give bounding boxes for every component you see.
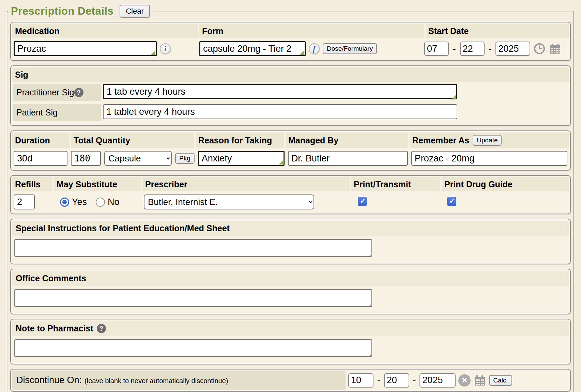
sig-header: Sig — [12, 67, 569, 82]
medication-input-row: i f Dose/Formulary - - — [12, 38, 569, 59]
refills-input[interactable] — [14, 194, 35, 209]
prescription-details-fieldset: Prescription Details Clear Medication Fo… — [7, 5, 574, 392]
patient-sig-label: Patient Sig — [13, 104, 101, 121]
practitioner-sig-row: Practitioner Sig? — [13, 83, 568, 102]
calendar-icon[interactable] — [473, 374, 486, 387]
autocomplete-corner-icon — [279, 160, 283, 164]
medication-header-row: Medication Form Start Date — [12, 24, 569, 38]
start-year-input[interactable] — [495, 42, 530, 56]
calendar-icon[interactable] — [549, 42, 562, 55]
clock-icon[interactable] — [533, 43, 546, 55]
substitute-no-radio[interactable] — [96, 198, 105, 207]
start-date-label: Start Date — [426, 24, 569, 38]
practitioner-sig-help-icon[interactable]: ? — [74, 88, 83, 97]
duration-input[interactable] — [14, 151, 67, 166]
patient-sig-input[interactable] — [103, 104, 457, 119]
office-comments-section: Office Comments — [10, 269, 571, 314]
medication-label: Medication — [12, 24, 198, 38]
date-separator: - — [453, 44, 456, 54]
discontinue-label: Discontinue On: (leave blank to never au… — [12, 371, 346, 390]
start-month-input[interactable] — [424, 42, 449, 56]
total-quantity-label: Total Quantity — [71, 132, 194, 148]
discontinue-section: Discontinue On: (leave blank to never au… — [10, 369, 571, 392]
may-substitute-label: May Substitute — [54, 177, 141, 191]
prescriber-select[interactable]: Butler, Internist E. — [144, 194, 314, 209]
office-comments-header: Office Comments — [12, 271, 569, 286]
reason-input[interactable] — [198, 151, 285, 166]
start-day-input[interactable] — [460, 42, 485, 56]
print-drug-guide-checkbox[interactable] — [447, 197, 456, 206]
managed-by-label: Managed By — [286, 132, 408, 148]
form-label: Form — [199, 24, 424, 38]
remember-as-input[interactable] — [411, 151, 567, 166]
clear-button[interactable]: Clear — [120, 5, 150, 18]
update-button[interactable]: Update — [473, 135, 502, 146]
practitioner-sig-label: Practitioner Sig? — [13, 84, 101, 101]
practitioner-sig-input[interactable] — [103, 84, 457, 99]
remember-as-label: Remember As Update — [410, 132, 569, 148]
reason-label: Reason for Taking — [196, 132, 284, 148]
special-instructions-textarea[interactable] — [14, 239, 372, 257]
discontinue-month-input[interactable] — [348, 373, 373, 388]
quantity-unit-select[interactable]: Capsule — [104, 151, 172, 166]
sig-section: Sig Practitioner Sig? Patient Sig — [10, 65, 571, 126]
prescriber-label: Prescriber — [142, 177, 350, 191]
page-title: Prescription Details — [11, 5, 113, 17]
autocomplete-corner-icon — [452, 95, 456, 99]
substitute-no-label: No — [108, 197, 120, 207]
discontinue-day-input[interactable] — [384, 373, 409, 388]
prescription-details-legend: Prescription Details Clear — [10, 5, 153, 18]
form-cell: f Dose/Formulary — [199, 41, 424, 56]
date-separator: - — [413, 375, 416, 386]
medication-section: Medication Form Start Date i f Dose/Form… — [10, 22, 571, 61]
formulary-icon[interactable]: f — [309, 43, 320, 54]
substitute-yes-label: Yes — [72, 197, 87, 207]
special-instructions-header: Special Instructions for Patient Educati… — [12, 221, 569, 236]
medication-cell: i — [14, 41, 199, 56]
print-transmit-label: Print/Transmit — [351, 177, 440, 191]
refills-section: Refills May Substitute Prescriber Print/… — [10, 175, 571, 214]
start-date-cell: - - — [424, 42, 567, 56]
medication-info-icon[interactable]: i — [160, 43, 171, 54]
patient-sig-row: Patient Sig — [13, 103, 568, 122]
autocomplete-corner-icon — [151, 50, 155, 55]
note-to-pharmacist-header: Note to Pharmacist ? — [12, 321, 569, 336]
quantity-input[interactable] — [71, 151, 101, 166]
refills-label: Refills — [12, 177, 52, 191]
medication-input[interactable] — [14, 41, 157, 56]
special-instructions-section: Special Instructions for Patient Educati… — [10, 219, 571, 264]
substitute-yes-radio[interactable] — [60, 198, 69, 207]
date-separator: - — [377, 375, 380, 386]
may-substitute-group: Yes No — [55, 197, 144, 207]
details-section: Duration Total Quantity Reason for Takin… — [10, 130, 571, 171]
note-to-pharmacist-textarea[interactable] — [14, 339, 372, 357]
note-to-pharmacist-section: Note to Pharmacist ? — [10, 319, 571, 364]
note-to-pharmacist-help-icon[interactable]: ? — [97, 324, 106, 333]
autocomplete-corner-icon — [300, 50, 304, 55]
discontinue-year-input[interactable] — [419, 373, 456, 388]
duration-label: Duration — [12, 132, 70, 148]
clear-date-icon[interactable]: ✕ — [458, 374, 471, 387]
managed-by-input[interactable] — [288, 151, 408, 166]
form-input[interactable] — [199, 41, 306, 56]
date-separator: - — [489, 44, 492, 54]
print-drug-guide-label: Print Drug Guide — [442, 177, 569, 191]
dose-formulary-button[interactable]: Dose/Formulary — [323, 43, 377, 54]
pkg-button[interactable]: Pkg — [175, 153, 195, 164]
print-transmit-checkbox[interactable] — [358, 197, 367, 206]
office-comments-textarea[interactable] — [14, 289, 372, 307]
calc-button[interactable]: Calc. — [489, 375, 512, 386]
